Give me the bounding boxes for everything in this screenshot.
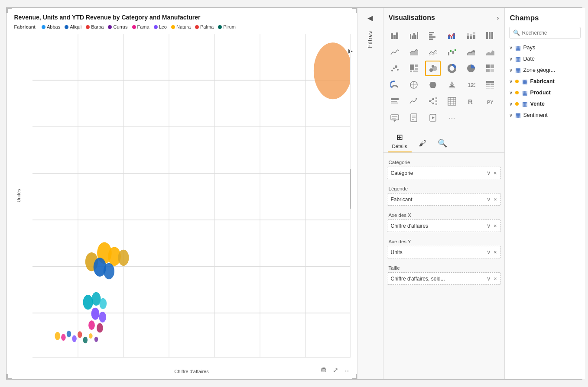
- viz-icon-area[interactable]: [406, 44, 422, 60]
- viz-icon-scatter[interactable]: [387, 61, 403, 76]
- scatter-chart: 0,7 M 0,6 M 0,5 M 0,4 M 0,3 M 0,2 M 0,1 …: [32, 34, 351, 358]
- legende-field[interactable]: Fabricant ∨ ×: [387, 193, 501, 206]
- svg-line-127: [431, 101, 432, 103]
- viz-expand-icon[interactable]: ›: [497, 14, 499, 21]
- legend-text-palma: Palma: [200, 24, 214, 29]
- categorie-field[interactable]: Catégorie ∨ ×: [387, 167, 501, 179]
- viz-tab-details[interactable]: ⊞ Détails: [388, 131, 412, 152]
- champs-item-zone[interactable]: ∨ ▦ Zone géogr...: [507, 64, 582, 76]
- viz-icon-treemap[interactable]: [406, 61, 422, 76]
- svg-rect-78: [491, 32, 493, 39]
- categorie-expand[interactable]: ∨: [487, 170, 491, 176]
- filter-icon[interactable]: ⛃: [321, 366, 327, 374]
- svg-point-45: [55, 332, 60, 340]
- resize-handle-br[interactable]: [352, 374, 357, 379]
- viz-icon-bar-horizontal[interactable]: [425, 28, 441, 43]
- chart-title: Revenue, Units and YTD Revenue by Catego…: [6, 8, 357, 23]
- collapse-arrow[interactable]: ◀: [367, 8, 373, 22]
- svg-point-41: [91, 308, 99, 320]
- champs-item-date[interactable]: ∨ ▦ Date: [507, 53, 582, 64]
- champs-item-product[interactable]: ∨ ▦ Product: [507, 87, 582, 98]
- taille-expand[interactable]: ∨: [487, 275, 491, 282]
- svg-rect-90: [415, 64, 418, 67]
- viz-icon-smart-narrative[interactable]: [387, 110, 403, 126]
- viz-icon-more[interactable]: ···: [444, 110, 460, 126]
- axe-y-field[interactable]: Units ∨ ×: [387, 246, 501, 258]
- legende-close[interactable]: ×: [494, 196, 497, 203]
- viz-icon-combo[interactable]: [444, 28, 460, 43]
- champs-item-fabricant[interactable]: ∨ ▦ Fabricant: [507, 76, 582, 87]
- filtres-label: Filtres: [367, 31, 373, 48]
- svg-point-44: [97, 323, 103, 333]
- viz-icon-matrix[interactable]: [482, 61, 498, 76]
- categorie-close[interactable]: ×: [494, 170, 497, 176]
- taille-close[interactable]: ×: [494, 275, 497, 282]
- viz-icon-bar-stacked[interactable]: [387, 28, 403, 43]
- viz-tab-analytics[interactable]: 🔍: [433, 137, 452, 152]
- viz-icon-python[interactable]: PY: [482, 94, 498, 109]
- svg-rect-82: [452, 51, 454, 54]
- viz-icon-bar-100pct[interactable]: [482, 28, 498, 43]
- legend-item-aliqui: Aliqui: [65, 24, 81, 29]
- viz-icon-waterfall[interactable]: [444, 44, 460, 60]
- viz-icon-table2[interactable]: [444, 94, 460, 109]
- viz-icon-bar-cluster[interactable]: [406, 28, 422, 43]
- axe-y-expand[interactable]: ∨: [487, 249, 491, 255]
- viz-icon-number[interactable]: 123: [463, 77, 479, 93]
- chevron-fabricant: ∨: [509, 79, 513, 84]
- axe-x-close[interactable]: ×: [494, 223, 497, 229]
- viz-icon-line2[interactable]: [425, 44, 441, 60]
- chevron-date: ∨: [509, 56, 513, 62]
- svg-rect-70: [467, 35, 469, 39]
- champs-search-box[interactable]: 🔍: [509, 27, 581, 39]
- more-options-icon[interactable]: ···: [344, 367, 350, 374]
- viz-icon-bar-stacked2[interactable]: [463, 28, 479, 43]
- viz-header: Visualisations ›: [383, 8, 504, 26]
- viz-icon-ribbon[interactable]: [463, 44, 479, 60]
- svg-rect-116: [391, 98, 399, 100]
- viz-icon-azure-map[interactable]: [444, 77, 460, 93]
- viz-icon-r-visual[interactable]: R: [463, 94, 479, 109]
- legend-text-natura: Natura: [176, 24, 191, 29]
- champs-item-pays[interactable]: ∨ ▦ Pays: [507, 42, 582, 53]
- axe-x-expand[interactable]: ∨: [487, 223, 491, 229]
- resize-handle-bl[interactable]: [6, 374, 12, 379]
- viz-icon-pie[interactable]: [463, 61, 479, 76]
- axe-y-close[interactable]: ×: [494, 249, 497, 255]
- viz-tab-format[interactable]: 🖌: [414, 137, 431, 152]
- legende-expand[interactable]: ∨: [487, 196, 491, 203]
- viz-title: Visualisations: [389, 14, 435, 22]
- svg-point-86: [393, 68, 395, 69]
- viz-icon-paginated[interactable]: [406, 110, 422, 126]
- svg-rect-115: [491, 88, 494, 89]
- search-input[interactable]: [522, 30, 577, 36]
- viz-icon-donut[interactable]: [444, 61, 460, 76]
- chevron-product: ∨: [509, 90, 513, 96]
- svg-line-126: [431, 99, 432, 101]
- axe-x-field[interactable]: Chiffre d'affaires ∨ ×: [387, 219, 501, 232]
- svg-point-88: [397, 69, 399, 71]
- viz-icon-text[interactable]: [387, 94, 403, 109]
- resize-handle-tl[interactable]: [6, 8, 12, 13]
- legend-dot-aliqui: [65, 25, 68, 29]
- svg-rect-93: [413, 71, 418, 72]
- viz-icon-map[interactable]: [406, 77, 422, 93]
- viz-icon-line[interactable]: [387, 44, 403, 60]
- viz-icon-gauge[interactable]: [387, 77, 403, 93]
- viz-icon-bubble[interactable]: [425, 61, 441, 76]
- date-label: Date: [523, 56, 581, 62]
- svg-rect-99: [486, 64, 490, 68]
- viz-icon-powerapp[interactable]: [425, 110, 441, 126]
- y-axis-label: Unités: [16, 189, 21, 202]
- viz-icon-area2[interactable]: [482, 44, 498, 60]
- legend-item-barba: Barba: [86, 24, 104, 29]
- expand-icon[interactable]: ⤢: [333, 366, 338, 374]
- viz-icon-decomp-tree[interactable]: [425, 94, 441, 109]
- champs-item-vente[interactable]: ∨ ▦ Vente: [507, 98, 582, 110]
- resize-handle-tr[interactable]: [352, 8, 357, 13]
- viz-icon-shape-map[interactable]: [425, 77, 441, 93]
- viz-icon-kpi[interactable]: [406, 94, 422, 109]
- viz-icon-table[interactable]: [482, 77, 498, 93]
- taille-field[interactable]: Chiffre d'affaires, sold... ∨ ×: [387, 272, 501, 285]
- champs-item-sentiment[interactable]: ∨ ▦ Sentiment: [507, 110, 582, 121]
